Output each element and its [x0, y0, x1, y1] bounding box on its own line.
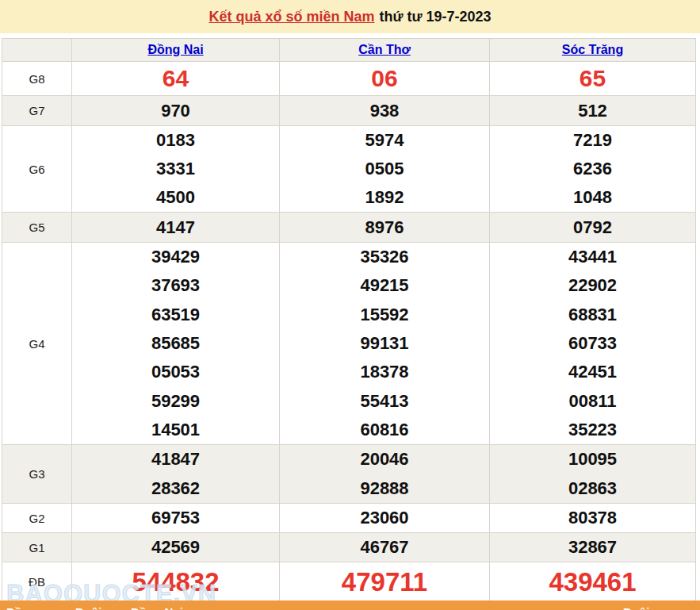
results-table: Đồng Nai Cần Thơ Sóc Trăng G8640665G7970… [2, 38, 696, 601]
result-cell: 06 [280, 62, 490, 95]
prize-row-g8: G8640665 [2, 62, 695, 96]
header-empty-cell [2, 39, 72, 61]
footer-text-fragment: Đuôi [75, 605, 101, 610]
result-number: 14501 [72, 416, 279, 444]
result-number: 970 [72, 96, 279, 125]
prize-row-g1: G1425694676732867 [2, 533, 695, 562]
result-number: 46767 [280, 533, 489, 562]
result-cell: 597405051892 [280, 126, 490, 212]
result-number: 99131 [280, 329, 489, 358]
result-number: 64 [72, 62, 279, 95]
result-number: 4147 [72, 213, 279, 242]
title-link[interactable]: Kết quả xổ số miền Nam [208, 9, 374, 25]
result-number: 22902 [490, 271, 695, 300]
province-link-can-tho[interactable]: Cần Thơ [358, 43, 411, 57]
result-number: 55413 [280, 386, 489, 415]
result-number: 479711 [280, 562, 489, 600]
result-number: 5974 [280, 126, 489, 155]
prize-label: G3 [2, 445, 72, 503]
result-number: 42451 [490, 358, 695, 386]
result-cell: 1009502863 [490, 445, 695, 503]
result-number: 28362 [72, 474, 279, 504]
result-number: 32867 [490, 533, 695, 562]
prize-label-text: G4 [29, 337, 44, 351]
prize-row-g2: G2697532306080378 [2, 504, 695, 533]
result-number: 35223 [490, 416, 695, 444]
table-body: G8640665G7970938512G60183333145005974050… [2, 62, 695, 600]
result-cell: 018333314500 [72, 126, 280, 212]
result-number: 60816 [280, 416, 489, 444]
result-cell: 544832 [72, 562, 280, 600]
result-cell: 938 [280, 96, 490, 125]
result-number: 7219 [490, 126, 695, 155]
prize-label: ĐB [2, 562, 72, 600]
result-number: 15592 [280, 301, 489, 329]
result-number: 06 [280, 62, 489, 95]
result-cell: 80378 [490, 504, 695, 532]
result-number: 41847 [72, 445, 279, 474]
result-cell: 43441229026883160733424510081135223 [490, 243, 695, 444]
prize-row-g3: G3418472836220046928881009502863 [2, 445, 695, 504]
footer-text-fragment: Đuôi [623, 605, 649, 610]
prize-label-text: G3 [29, 467, 44, 481]
result-number: 439461 [490, 562, 695, 600]
prize-label-text: G5 [29, 221, 44, 234]
result-cell: 0792 [490, 213, 695, 242]
lottery-results-page: Kết quả xổ số miền Nam thứ tư 19-7-2023 … [0, 0, 700, 610]
result-cell: 42569 [72, 533, 280, 562]
result-number: 60733 [490, 329, 695, 358]
result-number: 10095 [490, 445, 695, 474]
result-cell: 65 [490, 62, 695, 95]
result-number: 43441 [490, 243, 695, 271]
page-title: Kết quả xổ số miền Nam thứ tư 19-7-2023 [0, 0, 700, 33]
result-number: 42569 [72, 533, 279, 562]
result-number: 37693 [72, 271, 279, 300]
prize-label-text: G1 [29, 541, 44, 554]
result-cell: 4184728362 [72, 445, 280, 503]
result-cell: 23060 [280, 504, 490, 532]
result-number: 68831 [490, 301, 695, 329]
next-section-header-bar: ĐầuĐuôiĐồng NaiĐuôi [0, 600, 700, 610]
result-cell: 35326492151559299131183785541360816 [280, 243, 490, 444]
result-number: 0792 [490, 213, 695, 242]
province-link-soc-trang[interactable]: Sóc Trăng [562, 43, 623, 57]
result-number: 05053 [72, 358, 279, 386]
result-number: 69753 [72, 504, 279, 532]
result-cell: 8976 [280, 213, 490, 242]
result-number: 18378 [280, 358, 489, 386]
result-number: 0505 [280, 155, 489, 183]
prize-row-g7: G7970938512 [2, 96, 695, 126]
result-number: 23060 [280, 504, 489, 532]
province-link-dong-nai[interactable]: Đồng Nai [147, 43, 203, 57]
prize-label: G5 [2, 213, 72, 242]
result-number: 0183 [72, 126, 279, 155]
prize-label: G8 [2, 62, 72, 95]
result-cell: 46767 [280, 533, 490, 562]
table-header-row: Đồng Nai Cần Thơ Sóc Trăng [2, 39, 695, 62]
footer-text-fragment: Đồng Nai [131, 605, 183, 610]
title-date: thứ tư 19-7-2023 [379, 9, 491, 25]
result-number: 65 [490, 62, 695, 95]
prize-label: G1 [2, 533, 72, 562]
result-number: 8976 [280, 213, 489, 242]
result-number: 512 [490, 96, 695, 125]
prize-label: G7 [2, 96, 72, 125]
prize-label: G4 [2, 243, 72, 444]
result-number: 39429 [72, 243, 279, 271]
prize-row-g6: G6018333314500597405051892721962361048 [2, 126, 695, 213]
result-number: 938 [280, 96, 489, 125]
prize-row-đb: ĐB544832479711439461 [2, 562, 695, 600]
result-cell: 479711 [280, 562, 490, 600]
footer-text-fragment: Đầu [6, 605, 29, 610]
result-number: 92888 [280, 474, 489, 504]
result-number: 59299 [72, 386, 279, 415]
prize-label-text: G8 [29, 72, 44, 86]
result-cell: 69753 [72, 504, 280, 532]
result-number: 1892 [280, 183, 489, 212]
result-cell: 439461 [490, 562, 695, 600]
prize-row-g5: G5414789760792 [2, 213, 695, 243]
header-cell-can-tho: Cần Thơ [280, 39, 490, 61]
result-number: 20046 [280, 445, 489, 474]
result-cell: 512 [490, 96, 695, 125]
result-cell: 4147 [72, 213, 280, 242]
